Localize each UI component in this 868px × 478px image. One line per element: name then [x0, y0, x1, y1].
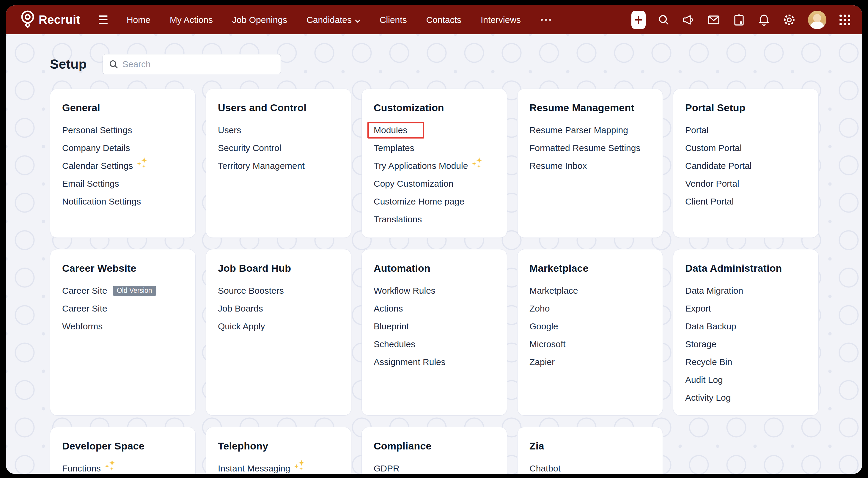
setup-link-label: Users	[218, 125, 241, 135]
setup-link-data-backup[interactable]: Data Backup	[685, 317, 808, 335]
page-title: Setup	[50, 57, 87, 72]
mail-icon[interactable]	[707, 13, 720, 27]
card-title: Automation	[374, 262, 497, 274]
setup-link-webforms[interactable]: Webforms	[62, 317, 185, 335]
announcements-icon[interactable]	[682, 13, 695, 27]
setup-link-chatbot[interactable]: Chatbot	[529, 459, 652, 474]
search-icon[interactable]	[657, 14, 670, 26]
setup-link-activity-log[interactable]: Activity Log	[685, 389, 808, 407]
old-version-badge: Old Version	[113, 286, 156, 296]
setup-link-territory-management[interactable]: Territory Management	[218, 157, 341, 175]
setup-link-source-boosters[interactable]: Source Boosters	[218, 282, 341, 300]
setup-link-label: Company Details	[62, 143, 130, 153]
setup-link-functions[interactable]: Functions	[62, 459, 185, 474]
setup-link-resume-parser-mapping[interactable]: Resume Parser Mapping	[529, 121, 652, 139]
card-resume-management: Resume ManagementResume Parser MappingFo…	[517, 89, 663, 238]
setup-link-label: Personal Settings	[62, 125, 132, 135]
setup-link-security-control[interactable]: Security Control	[218, 139, 341, 157]
nav-item-my-actions[interactable]: My Actions	[170, 15, 213, 25]
calendar-icon[interactable]	[733, 13, 746, 27]
setup-link-marketplace[interactable]: Marketplace	[529, 282, 652, 300]
setup-link-zapier[interactable]: Zapier	[529, 353, 652, 371]
setup-link-career-site[interactable]: Career Site	[62, 300, 185, 317]
nav-item-home[interactable]: Home	[127, 15, 150, 25]
apps-grid-icon[interactable]	[838, 13, 851, 27]
setup-link-gdpr[interactable]: GDPR	[374, 459, 497, 474]
setup-link-email-settings[interactable]: Email Settings	[62, 175, 185, 193]
user-avatar[interactable]	[808, 11, 826, 29]
setup-link-label: Source Boosters	[218, 286, 284, 296]
setup-link-google[interactable]: Google	[529, 317, 652, 335]
setup-link-portal[interactable]: Portal	[685, 121, 808, 139]
setup-link-recycle-bin[interactable]: Recycle Bin	[685, 353, 808, 371]
setup-link-label: Workflow Rules	[374, 286, 435, 296]
setup-link-instant-messaging[interactable]: Instant Messaging	[218, 459, 341, 474]
setup-link-microsoft[interactable]: Microsoft	[529, 335, 652, 353]
setup-link-candidate-portal[interactable]: Candidate Portal	[685, 157, 808, 175]
card-item-list: Data MigrationExportData BackupStorageRe…	[685, 282, 808, 407]
setup-link-audit-log[interactable]: Audit Log	[685, 371, 808, 389]
setup-link-calendar-settings[interactable]: Calendar Settings	[62, 157, 185, 175]
card-title: Job Board Hub	[218, 262, 341, 274]
brand-name: Recruit	[39, 13, 80, 27]
setup-link-blueprint[interactable]: Blueprint	[374, 317, 497, 335]
setup-link-zoho[interactable]: Zoho	[529, 300, 652, 317]
card-zia: ZiaChatbot	[517, 427, 663, 474]
card-title: Data Administration	[685, 262, 808, 274]
setup-search-input[interactable]	[102, 54, 281, 74]
nav-item-label: My Actions	[170, 15, 213, 25]
setup-link-templates[interactable]: Templates	[374, 139, 497, 157]
setup-link-schedules[interactable]: Schedules	[374, 335, 497, 353]
card-title: Telephony	[218, 440, 341, 452]
nav-actions	[631, 11, 851, 29]
setup-link-label: Activity Log	[685, 393, 731, 403]
setup-link-custom-portal[interactable]: Custom Portal	[685, 139, 808, 157]
setup-link-assignment-rules[interactable]: Assignment Rules	[374, 353, 497, 371]
setup-link-label: Recycle Bin	[685, 357, 732, 367]
setup-link-vendor-portal[interactable]: Vendor Portal	[685, 175, 808, 193]
nav-item-interviews[interactable]: Interviews	[481, 15, 521, 25]
setup-link-label: Try Applications Module	[374, 161, 468, 171]
setup-link-customize-home-page[interactable]: Customize Home page	[374, 193, 497, 211]
setup-link-label: Audit Log	[685, 375, 723, 385]
nav-more-icon[interactable]	[540, 16, 552, 24]
setup-link-label: Translations	[374, 214, 422, 224]
setup-link-workflow-rules[interactable]: Workflow Rules	[374, 282, 497, 300]
setup-link-export[interactable]: Export	[685, 300, 808, 317]
setup-link-modules[interactable]: Modules	[374, 121, 497, 139]
nav-item-candidates[interactable]: Candidates	[307, 15, 360, 25]
setup-link-personal-settings[interactable]: Personal Settings	[62, 121, 185, 139]
setup-link-try-applications-module[interactable]: Try Applications Module	[374, 157, 497, 175]
hamburger-menu-icon[interactable]	[97, 14, 110, 26]
setup-link-notification-settings[interactable]: Notification Settings	[62, 193, 185, 211]
brand-logo[interactable]: Recruit	[21, 10, 80, 30]
setup-link-actions[interactable]: Actions	[374, 300, 497, 317]
nav-item-job-openings[interactable]: Job Openings	[232, 15, 287, 25]
setup-link-label: Modules	[374, 125, 407, 135]
create-plus-button[interactable]	[631, 11, 646, 29]
setup-link-users[interactable]: Users	[218, 121, 341, 139]
setup-link-label: Vendor Portal	[685, 179, 739, 189]
setup-link-data-migration[interactable]: Data Migration	[685, 282, 808, 300]
setup-link-resume-inbox[interactable]: Resume Inbox	[529, 157, 652, 175]
settings-gear-icon[interactable]	[782, 13, 796, 27]
notifications-bell-icon[interactable]	[757, 13, 771, 27]
setup-link-storage[interactable]: Storage	[685, 335, 808, 353]
card-developer-space: Developer SpaceFunctions	[50, 427, 195, 474]
setup-link-career-site[interactable]: Career SiteOld Version	[62, 282, 185, 300]
nav-item-label: Interviews	[481, 15, 521, 25]
card-item-list: Instant Messaging	[218, 459, 341, 474]
nav-item-clients[interactable]: Clients	[380, 15, 407, 25]
card-item-list: PortalCustom PortalCandidate PortalVendo…	[685, 121, 808, 211]
setup-link-formatted-resume-settings[interactable]: Formatted Resume Settings	[529, 139, 652, 157]
setup-link-label: Microsoft	[529, 339, 566, 349]
setup-link-quick-apply[interactable]: Quick Apply	[218, 317, 341, 335]
nav-item-contacts[interactable]: Contacts	[426, 15, 461, 25]
setup-link-label: Territory Management	[218, 161, 305, 171]
setup-link-copy-customization[interactable]: Copy Customization	[374, 175, 497, 193]
setup-link-job-boards[interactable]: Job Boards	[218, 300, 341, 317]
setup-link-label: Functions	[62, 464, 101, 474]
setup-link-translations[interactable]: Translations	[374, 211, 497, 228]
setup-link-client-portal[interactable]: Client Portal	[685, 193, 808, 211]
setup-link-company-details[interactable]: Company Details	[62, 139, 185, 157]
